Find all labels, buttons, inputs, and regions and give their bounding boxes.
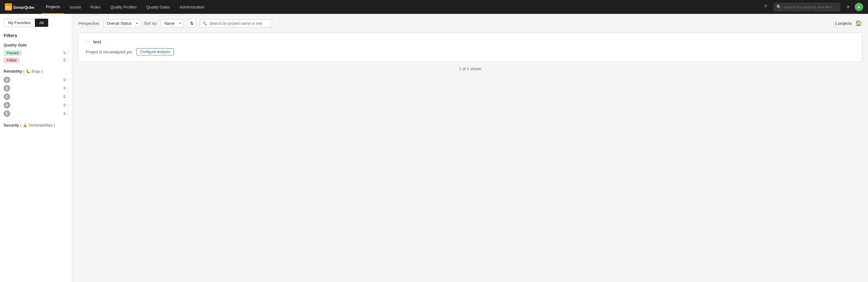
- filters-heading: Filters: [4, 33, 68, 38]
- grade-a-sep: |: [67, 78, 68, 82]
- svg-text:SQ: SQ: [6, 5, 11, 10]
- help-button[interactable]: ?: [761, 2, 770, 12]
- project-name-link[interactable]: test: [93, 39, 101, 44]
- project-count: 1 projects: [835, 21, 852, 26]
- grade-e-button[interactable]: E: [4, 110, 10, 117]
- passed-filter-button[interactable]: Passed: [4, 50, 22, 56]
- grade-b-count: 0: [64, 86, 66, 90]
- passed-sep: |: [67, 51, 68, 55]
- quality-gate-passed-row: Passed 0 |: [4, 50, 68, 56]
- sort-select-wrap: Name ▾: [161, 19, 184, 27]
- grade-b-button[interactable]: B: [4, 85, 10, 92]
- grade-d-count: 0: [64, 103, 66, 107]
- not-analyzed-text: Project is not analyzed yet.: [86, 50, 133, 54]
- sort-select[interactable]: Name: [161, 19, 184, 27]
- perspective-label: Perspective:: [79, 21, 100, 26]
- configure-analysis-button[interactable]: Configure analysis: [136, 48, 174, 56]
- all-tab[interactable]: All: [35, 19, 48, 27]
- project-card-header: ☆ test: [86, 39, 855, 44]
- grade-d-button[interactable]: D: [4, 102, 10, 108]
- nav-quality-profiles[interactable]: Quality Profiles: [106, 0, 141, 14]
- sort-label: Sort by:: [144, 21, 158, 26]
- global-search-icon: 🔍: [776, 4, 781, 9]
- security-title: Security ( 🔒 Vulnerabilities ): [4, 123, 68, 127]
- grade-d-row: D 0 |: [4, 102, 68, 108]
- grade-e-count: 0: [64, 112, 66, 116]
- my-favorites-tab[interactable]: My Favorites: [4, 19, 35, 27]
- project-search-input[interactable]: [200, 19, 272, 27]
- user-avatar[interactable]: A: [855, 3, 863, 11]
- quality-gate-failed-row: Failed 0 |: [4, 58, 68, 63]
- quality-gate-filter: Quality Gate Passed 0 | Failed 0 |: [4, 43, 68, 63]
- project-search-icon: 🔍: [202, 21, 207, 26]
- sort-order-button[interactable]: ⇅: [187, 19, 196, 28]
- main-layout: My Favorites All Filters Quality Gate Pa…: [0, 14, 868, 282]
- global-search-wrap: 🔍: [774, 3, 840, 11]
- quality-gate-title: Quality Gate: [4, 43, 68, 47]
- grade-d-sep: |: [67, 103, 68, 107]
- reliability-filter: Reliability ( 🐛 Bugs ) A 0 | B 0 | C 0 |…: [4, 69, 68, 117]
- grade-b-sep: |: [67, 86, 68, 90]
- perspective-select[interactable]: Overall Status: [104, 19, 141, 27]
- grade-c-sep: |: [67, 95, 68, 99]
- grade-a-row: A 0 |: [4, 76, 68, 83]
- failed-count: 0: [64, 58, 66, 62]
- nav-administration[interactable]: Administration: [176, 0, 209, 14]
- grade-e-row: E 0 |: [4, 110, 68, 117]
- favorite-star-icon[interactable]: ☆: [86, 39, 90, 44]
- failed-filter-button[interactable]: Failed: [4, 58, 20, 63]
- grade-a-button[interactable]: A: [4, 76, 10, 83]
- logo[interactable]: SQ SonarQube: [5, 3, 38, 11]
- grade-c-count: 0: [64, 95, 66, 99]
- home-icon-button[interactable]: 🏠: [855, 20, 862, 27]
- grade-a-count: 0: [64, 78, 66, 82]
- grade-c-button[interactable]: C: [4, 93, 10, 100]
- nav-quality-gates[interactable]: Quality Gates: [142, 0, 174, 14]
- security-filter: Security ( 🔒 Vulnerabilities ): [4, 123, 68, 127]
- nav-issues[interactable]: Issues: [65, 0, 85, 14]
- project-search-wrap: 🔍: [200, 19, 272, 27]
- grade-c-row: C 0 |: [4, 93, 68, 100]
- pagination-info: 1 of 1 shown: [79, 67, 862, 71]
- perspective-bar: Perspective: Overall Status ▾ Sort by: N…: [79, 19, 862, 28]
- perspective-select-wrap: Overall Status ▾: [104, 19, 141, 27]
- sidebar: My Favorites All Filters Quality Gate Pa…: [0, 14, 72, 282]
- project-body: Project is not analyzed yet. Configure a…: [86, 48, 855, 56]
- grade-e-sep: |: [67, 112, 68, 116]
- nav-projects[interactable]: Projects: [41, 0, 64, 14]
- view-filter-tabs: My Favorites All: [4, 19, 68, 27]
- content-area: Perspective: Overall Status ▾ Sort by: N…: [72, 14, 868, 282]
- project-card: ☆ test Project is not analyzed yet. Conf…: [79, 33, 862, 62]
- svg-text:SonarQube: SonarQube: [13, 5, 34, 10]
- reliability-title: Reliability ( 🐛 Bugs ): [4, 69, 68, 73]
- passed-count: 0: [64, 51, 66, 55]
- top-navigation: SQ SonarQube Projects Issues Rules Quali…: [0, 0, 868, 14]
- failed-sep: |: [67, 58, 68, 62]
- nav-rules[interactable]: Rules: [87, 0, 105, 14]
- grade-b-row: B 0 |: [4, 85, 68, 92]
- global-search-input[interactable]: [774, 3, 840, 11]
- create-button[interactable]: +: [844, 4, 852, 10]
